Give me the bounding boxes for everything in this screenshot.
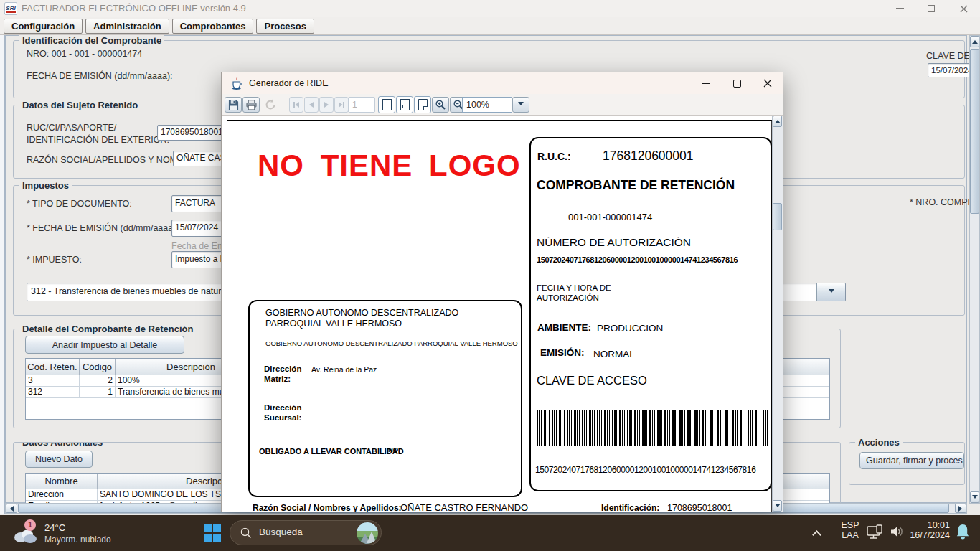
maximize-icon <box>733 80 741 88</box>
fecha-emision-imp-label: * FECHA DE EMISIÓN (dd/mm/aaaa): <box>27 223 179 234</box>
doc-emisor-name2: GOBIERNO AUTONOMO DESCENTRALIZADO PARROQ… <box>265 339 518 347</box>
doc-id-label: Identificación: <box>601 503 659 512</box>
doc-dir-sucursal-label1: Dirección <box>264 403 301 412</box>
print-icon <box>246 100 257 110</box>
refresh-button[interactable] <box>263 97 278 113</box>
clave-fecha-field[interactable]: 15/07/2024 <box>928 63 971 77</box>
vertical-scroll-thumb[interactable] <box>970 49 979 214</box>
dialog-minimize-button[interactable] <box>689 72 721 94</box>
search-box[interactable]: Búsqueda <box>230 520 382 545</box>
dialog-scroll-thumb[interactable] <box>773 203 782 230</box>
doc-emisor-box: GOBIERNO AUTONOMO DESCENTRALIZADO PARROQ… <box>248 300 522 497</box>
nav-prev-button[interactable] <box>304 97 319 113</box>
zoom-in-button[interactable] <box>432 97 449 113</box>
nav-first-button[interactable] <box>289 97 303 113</box>
minimize-button[interactable] <box>884 0 915 17</box>
windows-logo-icon <box>204 524 221 542</box>
nuevo-dato-button[interactable]: Nuevo Dato <box>25 451 93 468</box>
page-number-field[interactable]: 1 <box>348 97 375 113</box>
adicionales-col-nombre[interactable]: Nombre <box>26 474 98 489</box>
guardar-firmar-button[interactable]: Guardar, firmar y procesa <box>859 452 964 469</box>
menu-configuracion[interactable]: Configuración <box>4 19 83 34</box>
zoom-dropdown-button[interactable] <box>512 97 529 113</box>
scroll-down-button[interactable] <box>773 500 782 512</box>
menu-procesos[interactable]: Procesos <box>256 19 314 34</box>
scroll-right-button[interactable] <box>955 504 966 513</box>
dialog-maximize-button[interactable] <box>721 72 753 94</box>
doc-dir-matriz-label2: Matriz: <box>264 375 291 383</box>
doc-number: 001-001-000001474 <box>568 212 652 222</box>
doc-razon-value: OÑATE CASTRO FERNANDO <box>400 502 528 512</box>
anadir-impuesto-button[interactable]: Añadir Impuesto al Detalle <box>25 336 184 354</box>
save-button[interactable] <box>225 97 242 113</box>
detalle-col-codigo[interactable]: Código <box>80 359 116 375</box>
dialog-titlebar[interactable]: Generador de RIDE <box>222 72 783 94</box>
nav-next-button[interactable] <box>319 97 334 113</box>
cell-codigo: 1 <box>80 387 116 397</box>
main-titlebar[interactable]: SRI FACTURADOR ELECTRÓNICO OFFLINE versi… <box>0 0 980 17</box>
close-icon <box>763 79 772 88</box>
left-arrow-icon <box>7 506 14 512</box>
search-icon <box>240 527 252 539</box>
dialog-close-button[interactable] <box>753 72 783 94</box>
nav-first-icon <box>292 100 301 109</box>
layout-fit-button[interactable] <box>396 96 413 113</box>
maximize-button[interactable] <box>915 0 947 17</box>
tray-language-button[interactable]: ESP LAA <box>837 520 864 546</box>
group-impuestos-title: Impuestos <box>19 180 72 192</box>
language-bottom: LAA <box>837 530 864 540</box>
doc-info-box: R.U.C.: 1768120600001 COMPROBANTE DE RET… <box>529 137 772 491</box>
refresh-icon <box>265 99 276 110</box>
detalle-col-codreten[interactable]: Cod. Reten. <box>26 359 80 375</box>
layout-single-button[interactable] <box>378 96 395 113</box>
doc-id-value: 1708695018001 <box>667 503 732 512</box>
doc-dir-matriz-label1: Dirección <box>264 364 301 373</box>
doc-clave-label: CLAVE DE ACCESO <box>537 374 647 387</box>
scroll-left-button[interactable] <box>6 504 17 513</box>
taskbar: 1 24°C Mayorm. nublado Búsqueda <box>0 515 980 551</box>
doc-clave-value: 1507202407176812060000120010010000014741… <box>535 465 755 475</box>
nav-last-button[interactable] <box>334 97 349 113</box>
tray-network-button[interactable] <box>867 524 885 542</box>
no-logo-text: NO TIENE LOGO <box>258 149 521 183</box>
scroll-up-button[interactable] <box>970 36 979 47</box>
scroll-down-button[interactable] <box>970 491 979 503</box>
menu-administracion[interactable]: Administración <box>85 19 169 34</box>
vertical-scrollbar[interactable] <box>969 35 980 504</box>
close-button[interactable] <box>947 0 980 17</box>
minimize-icon <box>702 83 710 84</box>
weather-widget[interactable]: 1 24°C Mayorm. nublado <box>6 517 185 550</box>
nro-comprobante-value: NRO: 001 - 001 - 000001474 <box>27 49 142 60</box>
tray-notification-button[interactable] <box>954 522 974 544</box>
sri-logo-icon: SRI <box>4 2 17 15</box>
combo-dropdown-button[interactable] <box>816 283 845 301</box>
java-icon <box>230 76 243 90</box>
start-button[interactable] <box>199 519 225 547</box>
zoom-level-field[interactable]: 100% <box>462 97 512 113</box>
tray-chevron-button[interactable] <box>806 521 826 545</box>
doc-obligado-value: NO <box>388 446 398 453</box>
dialog-title: Generador de RIDE <box>249 78 328 88</box>
print-button[interactable] <box>242 97 260 113</box>
doc-emision-label: EMISIÓN: <box>540 347 585 358</box>
doc-fecha-hora-line1: FECHA Y HORA DE <box>537 283 611 292</box>
doc-ambiente-value: PRODUCCION <box>597 323 663 334</box>
chevron-down-icon <box>829 289 834 296</box>
page-fit-icon <box>400 99 410 110</box>
doc-emision-value: NORMAL <box>593 349 635 359</box>
menu-comprobantes[interactable]: Comprobantes <box>172 19 254 34</box>
doc-title: COMPROBANTE DE RETENCIÓN <box>537 178 735 193</box>
tray-clock[interactable]: 10:01 16/7/2024 <box>905 520 950 546</box>
right-arrow-icon <box>958 506 965 512</box>
doc-bottom-strip: Razón Social / Nombres y Apellidos: OÑAT… <box>248 501 771 512</box>
ruc-field[interactable]: 1708695018001 <box>157 125 223 141</box>
dialog-vertical-scrollbar[interactable] <box>772 116 783 512</box>
group-detalle-title: Detalle del Comprobante de Retención <box>19 324 196 335</box>
close-icon <box>960 5 968 13</box>
search-daily-image[interactable] <box>357 522 378 544</box>
menubar: Configuración Administración Comprobante… <box>0 17 980 35</box>
ruc-label-line2: IDENTIFICACIÓN DEL EXTERIOR: <box>27 135 169 146</box>
layout-width-button[interactable] <box>414 96 431 113</box>
scroll-up-button[interactable] <box>773 116 782 127</box>
zoom-in-icon <box>435 99 446 110</box>
